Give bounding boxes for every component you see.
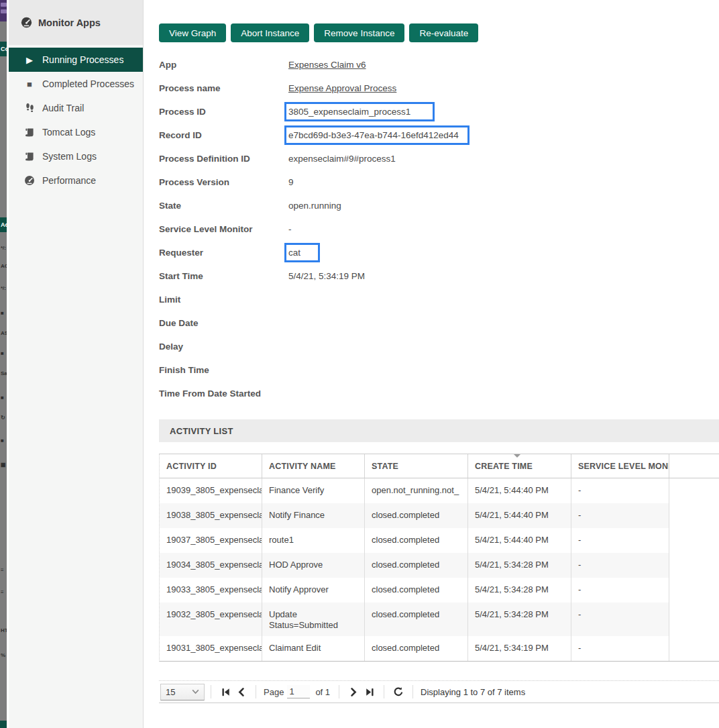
detail-row: Process name Expense Approval Process bbox=[159, 76, 719, 100]
cell-create-time: 5/4/21, 5:44:40 PM bbox=[468, 528, 571, 553]
sidebar-item-label: System Logs bbox=[42, 151, 97, 162]
remove-instance-button[interactable]: Remove Instance bbox=[314, 23, 404, 42]
column-header-activity-name[interactable]: ACTIVITY NAME bbox=[262, 454, 365, 478]
column-header-activity-id[interactable]: ACTIVITY ID bbox=[160, 454, 262, 478]
page-size-select[interactable]: 15 bbox=[160, 684, 205, 700]
clipped-icon-fragment: ▦ bbox=[1, 462, 7, 468]
process-name-link[interactable]: Expense Approval Process bbox=[288, 83, 396, 93]
cell-filler bbox=[669, 503, 719, 528]
cell-create-time: 5/4/21, 5:34:28 PM bbox=[468, 553, 571, 578]
field-label: Process name bbox=[159, 83, 288, 93]
cell-state: closed.completed bbox=[365, 603, 468, 636]
process-version-value: 9 bbox=[288, 177, 294, 187]
sidebar-item-system-logs[interactable]: System Logs bbox=[9, 144, 143, 168]
sidebar-item-label: Audit Trail bbox=[42, 103, 84, 113]
table-row[interactable]: 19037_3805_expenseclaim route1 closed.co… bbox=[160, 528, 719, 553]
field-label: Service Level Monitor bbox=[159, 224, 288, 234]
previous-page-button[interactable] bbox=[234, 684, 249, 699]
clipped-icon-fragment: ≡ bbox=[1, 567, 7, 574]
table-row[interactable]: 19031_3805_expenseclaim Claimant Edit cl… bbox=[160, 636, 719, 661]
cell-activity-name: Notify Approver bbox=[262, 578, 365, 603]
refresh-icon[interactable] bbox=[391, 684, 406, 699]
table-pager: 15 Page of 1 Displaying 1 to 7 of 7 item… bbox=[159, 680, 719, 703]
clipped-icon-fragment: ■ bbox=[1, 395, 7, 401]
field-label: Delay bbox=[159, 342, 288, 352]
field-label: State bbox=[159, 201, 288, 211]
process-definition-id-value: expenseclaim#9#process1 bbox=[288, 154, 396, 164]
annotation-highlight-box: 3805_expenseclaim_process1 bbox=[284, 102, 435, 121]
abort-instance-button[interactable]: Abort Instance bbox=[231, 23, 309, 42]
activity-list-title: ACTIVITY LIST bbox=[170, 426, 233, 436]
log-scroll-icon bbox=[23, 127, 36, 138]
app-link[interactable]: Expenses Claim v6 bbox=[288, 60, 366, 70]
page-number-input[interactable] bbox=[287, 685, 310, 698]
detail-row: Delay bbox=[159, 335, 719, 358]
cell-create-time: 5/4/21, 5:44:40 PM bbox=[468, 503, 571, 528]
log-scroll-icon bbox=[23, 151, 36, 162]
start-time-value: 5/4/21, 5:34:19 PM bbox=[288, 271, 365, 281]
cell-filler bbox=[669, 528, 719, 553]
field-label: Time From Date Started bbox=[159, 388, 288, 399]
view-graph-button[interactable]: View Graph bbox=[159, 23, 226, 42]
cell-state: closed.completed bbox=[365, 503, 468, 528]
column-header-state[interactable]: STATE bbox=[365, 454, 468, 478]
field-label: Start Time bbox=[159, 271, 288, 281]
sidebar-header: Monitor Apps bbox=[9, 0, 143, 48]
monitor-apps-sidebar: Monitor Apps ▶ Running Processes ■ Compl… bbox=[9, 0, 143, 728]
sidebar-item-tomcat-logs[interactable]: Tomcat Logs bbox=[9, 120, 143, 144]
cell-activity-id: 19034_3805_expenseclaim bbox=[160, 553, 262, 578]
page-size-value: 15 bbox=[166, 687, 175, 697]
cell-service-level: - bbox=[571, 578, 669, 603]
header-filler bbox=[669, 454, 719, 478]
clipped-icon-fragment: AC bbox=[1, 263, 7, 270]
sidebar-title: Monitor Apps bbox=[38, 17, 101, 28]
clipped-icon-fragment: ■ bbox=[1, 310, 7, 317]
last-page-button[interactable] bbox=[362, 684, 377, 699]
cell-filler bbox=[669, 636, 719, 661]
sidebar-item-running-processes[interactable]: ▶ Running Processes bbox=[9, 48, 143, 72]
clipped-menu-fragment: Ac bbox=[0, 217, 7, 232]
next-page-button[interactable] bbox=[346, 684, 361, 699]
column-header-service-level-monitor[interactable]: SERVICE LEVEL MONITOR bbox=[571, 454, 669, 478]
process-details: App Expenses Claim v6 Process name Expen… bbox=[159, 53, 719, 405]
sidebar-item-completed-processes[interactable]: ■ Completed Processes bbox=[9, 72, 143, 96]
activity-list-title-bar: ACTIVITY LIST bbox=[159, 419, 719, 442]
clipped-icon-fragment: ■ bbox=[1, 350, 7, 357]
cell-filler bbox=[669, 603, 719, 636]
cell-activity-name: Update Status=Submitted bbox=[262, 603, 365, 636]
pager-status-text: Displaying 1 to 7 of 7 items bbox=[421, 687, 525, 697]
table-row[interactable]: 19034_3805_expenseclaim HOD Approve clos… bbox=[160, 553, 719, 578]
annotation-highlight-box: cat bbox=[284, 243, 320, 262]
column-header-create-time[interactable]: CREATE TIME bbox=[468, 454, 571, 478]
table-row[interactable]: 19032_3805_expenseclaim Update Status=Su… bbox=[160, 603, 719, 636]
table-row[interactable]: 19039_3805_expenseclaim Finance Verify o… bbox=[160, 478, 719, 503]
cell-service-level: - bbox=[571, 553, 669, 578]
detail-row: State open.running bbox=[159, 194, 719, 217]
cell-state: closed.completed bbox=[365, 636, 468, 661]
detail-row: Service Level Monitor - bbox=[159, 217, 719, 241]
re-evaluate-button[interactable]: Re-evaluate bbox=[409, 23, 478, 42]
sidebar-item-label: Tomcat Logs bbox=[42, 127, 95, 138]
field-label: Requester bbox=[159, 248, 288, 258]
activity-table: ACTIVITY ID ACTIVITY NAME STATE CREATE T… bbox=[159, 454, 719, 662]
activity-table-header: ACTIVITY ID ACTIVITY NAME STATE CREATE T… bbox=[160, 454, 719, 478]
cell-activity-name: Notify Finance bbox=[262, 503, 365, 528]
cell-state: open.not_running.not_ bbox=[365, 478, 468, 503]
sidebar-item-audit-trail[interactable]: Audit Trail bbox=[9, 96, 143, 120]
clipped-icon-fragment: HT bbox=[1, 627, 7, 634]
field-label: Process Definition ID bbox=[159, 154, 288, 164]
detail-row: Finish Time bbox=[159, 358, 719, 382]
sidebar-item-performance[interactable]: Performance bbox=[9, 168, 143, 193]
table-row[interactable]: 19033_3805_expenseclaim Notify Approver … bbox=[160, 578, 719, 603]
activity-table-body: 19039_3805_expenseclaim Finance Verify o… bbox=[160, 478, 719, 662]
chevron-down-icon bbox=[192, 689, 199, 694]
sidebar-item-label: Performance bbox=[42, 175, 96, 186]
sidebar-item-label: Running Processes bbox=[42, 54, 123, 65]
sort-indicator-icon bbox=[514, 454, 520, 458]
clipped-icon-fragment: AS bbox=[1, 330, 7, 337]
cell-service-level: - bbox=[571, 528, 669, 553]
first-page-button[interactable] bbox=[218, 684, 233, 699]
cell-filler bbox=[669, 553, 719, 578]
cell-activity-id: 19039_3805_expenseclaim bbox=[160, 478, 262, 503]
table-row[interactable]: 19038_3805_expenseclaim Notify Finance c… bbox=[160, 503, 719, 528]
